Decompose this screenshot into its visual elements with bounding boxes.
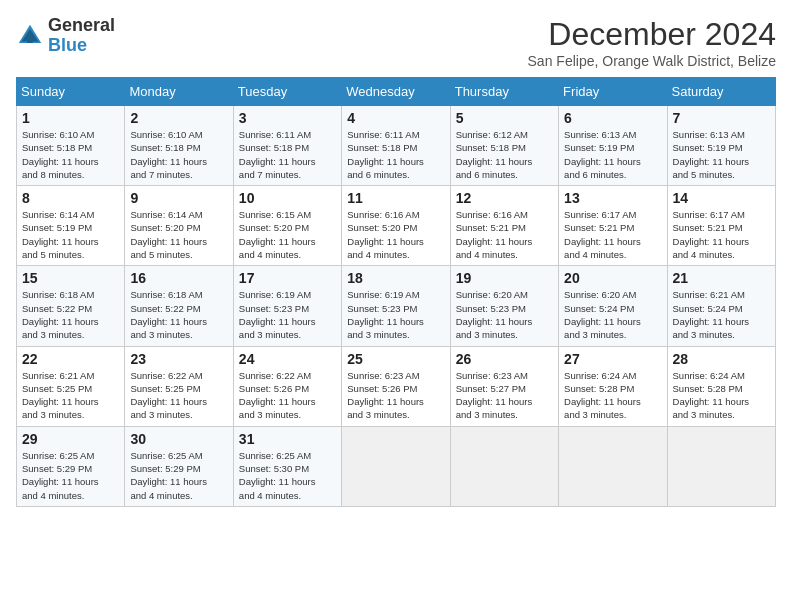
table-cell: 13Sunrise: 6:17 AM Sunset: 5:21 PM Dayli… bbox=[559, 186, 667, 266]
day-info: Sunrise: 6:17 AM Sunset: 5:21 PM Dayligh… bbox=[673, 208, 770, 261]
day-info: Sunrise: 6:16 AM Sunset: 5:21 PM Dayligh… bbox=[456, 208, 553, 261]
day-info: Sunrise: 6:25 AM Sunset: 5:29 PM Dayligh… bbox=[22, 449, 119, 502]
day-number: 30 bbox=[130, 431, 227, 447]
table-cell: 31Sunrise: 6:25 AM Sunset: 5:30 PM Dayli… bbox=[233, 426, 341, 506]
day-number: 13 bbox=[564, 190, 661, 206]
day-number: 11 bbox=[347, 190, 444, 206]
table-cell bbox=[559, 426, 667, 506]
day-number: 12 bbox=[456, 190, 553, 206]
table-cell: 2Sunrise: 6:10 AM Sunset: 5:18 PM Daylig… bbox=[125, 106, 233, 186]
day-number: 3 bbox=[239, 110, 336, 126]
day-number: 31 bbox=[239, 431, 336, 447]
day-number: 7 bbox=[673, 110, 770, 126]
day-number: 9 bbox=[130, 190, 227, 206]
col-friday: Friday bbox=[559, 78, 667, 106]
table-cell bbox=[450, 426, 558, 506]
table-cell: 24Sunrise: 6:22 AM Sunset: 5:26 PM Dayli… bbox=[233, 346, 341, 426]
day-number: 10 bbox=[239, 190, 336, 206]
calendar-row: 29Sunrise: 6:25 AM Sunset: 5:29 PM Dayli… bbox=[17, 426, 776, 506]
day-number: 26 bbox=[456, 351, 553, 367]
day-number: 17 bbox=[239, 270, 336, 286]
calendar-row: 15Sunrise: 6:18 AM Sunset: 5:22 PM Dayli… bbox=[17, 266, 776, 346]
table-cell bbox=[667, 426, 775, 506]
title-block: December 2024 San Felipe, Orange Walk Di… bbox=[528, 16, 776, 69]
day-info: Sunrise: 6:18 AM Sunset: 5:22 PM Dayligh… bbox=[130, 288, 227, 341]
calendar-header-row: Sunday Monday Tuesday Wednesday Thursday… bbox=[17, 78, 776, 106]
table-cell: 15Sunrise: 6:18 AM Sunset: 5:22 PM Dayli… bbox=[17, 266, 125, 346]
day-number: 29 bbox=[22, 431, 119, 447]
table-cell: 16Sunrise: 6:18 AM Sunset: 5:22 PM Dayli… bbox=[125, 266, 233, 346]
day-number: 2 bbox=[130, 110, 227, 126]
table-cell: 7Sunrise: 6:13 AM Sunset: 5:19 PM Daylig… bbox=[667, 106, 775, 186]
table-cell: 23Sunrise: 6:22 AM Sunset: 5:25 PM Dayli… bbox=[125, 346, 233, 426]
day-number: 22 bbox=[22, 351, 119, 367]
col-thursday: Thursday bbox=[450, 78, 558, 106]
calendar-table: Sunday Monday Tuesday Wednesday Thursday… bbox=[16, 77, 776, 507]
table-cell: 26Sunrise: 6:23 AM Sunset: 5:27 PM Dayli… bbox=[450, 346, 558, 426]
col-saturday: Saturday bbox=[667, 78, 775, 106]
table-cell bbox=[342, 426, 450, 506]
table-cell: 5Sunrise: 6:12 AM Sunset: 5:18 PM Daylig… bbox=[450, 106, 558, 186]
day-info: Sunrise: 6:21 AM Sunset: 5:25 PM Dayligh… bbox=[22, 369, 119, 422]
day-info: Sunrise: 6:20 AM Sunset: 5:23 PM Dayligh… bbox=[456, 288, 553, 341]
table-cell: 22Sunrise: 6:21 AM Sunset: 5:25 PM Dayli… bbox=[17, 346, 125, 426]
day-info: Sunrise: 6:22 AM Sunset: 5:25 PM Dayligh… bbox=[130, 369, 227, 422]
day-info: Sunrise: 6:10 AM Sunset: 5:18 PM Dayligh… bbox=[22, 128, 119, 181]
day-number: 5 bbox=[456, 110, 553, 126]
day-info: Sunrise: 6:20 AM Sunset: 5:24 PM Dayligh… bbox=[564, 288, 661, 341]
table-cell: 20Sunrise: 6:20 AM Sunset: 5:24 PM Dayli… bbox=[559, 266, 667, 346]
day-info: Sunrise: 6:23 AM Sunset: 5:27 PM Dayligh… bbox=[456, 369, 553, 422]
table-cell: 1Sunrise: 6:10 AM Sunset: 5:18 PM Daylig… bbox=[17, 106, 125, 186]
day-number: 1 bbox=[22, 110, 119, 126]
month-title: December 2024 bbox=[528, 16, 776, 53]
day-info: Sunrise: 6:14 AM Sunset: 5:20 PM Dayligh… bbox=[130, 208, 227, 261]
day-info: Sunrise: 6:16 AM Sunset: 5:20 PM Dayligh… bbox=[347, 208, 444, 261]
calendar-row: 8Sunrise: 6:14 AM Sunset: 5:19 PM Daylig… bbox=[17, 186, 776, 266]
logo-line2: Blue bbox=[48, 36, 115, 56]
day-number: 27 bbox=[564, 351, 661, 367]
table-cell: 9Sunrise: 6:14 AM Sunset: 5:20 PM Daylig… bbox=[125, 186, 233, 266]
table-cell: 11Sunrise: 6:16 AM Sunset: 5:20 PM Dayli… bbox=[342, 186, 450, 266]
day-number: 18 bbox=[347, 270, 444, 286]
page-header: General Blue December 2024 San Felipe, O… bbox=[16, 16, 776, 69]
table-cell: 12Sunrise: 6:16 AM Sunset: 5:21 PM Dayli… bbox=[450, 186, 558, 266]
day-info: Sunrise: 6:11 AM Sunset: 5:18 PM Dayligh… bbox=[239, 128, 336, 181]
day-number: 25 bbox=[347, 351, 444, 367]
day-info: Sunrise: 6:14 AM Sunset: 5:19 PM Dayligh… bbox=[22, 208, 119, 261]
day-info: Sunrise: 6:21 AM Sunset: 5:24 PM Dayligh… bbox=[673, 288, 770, 341]
table-cell: 29Sunrise: 6:25 AM Sunset: 5:29 PM Dayli… bbox=[17, 426, 125, 506]
table-cell: 17Sunrise: 6:19 AM Sunset: 5:23 PM Dayli… bbox=[233, 266, 341, 346]
table-cell: 8Sunrise: 6:14 AM Sunset: 5:19 PM Daylig… bbox=[17, 186, 125, 266]
logo-icon bbox=[16, 22, 44, 50]
day-info: Sunrise: 6:13 AM Sunset: 5:19 PM Dayligh… bbox=[673, 128, 770, 181]
table-cell: 6Sunrise: 6:13 AM Sunset: 5:19 PM Daylig… bbox=[559, 106, 667, 186]
calendar-row: 22Sunrise: 6:21 AM Sunset: 5:25 PM Dayli… bbox=[17, 346, 776, 426]
day-info: Sunrise: 6:10 AM Sunset: 5:18 PM Dayligh… bbox=[130, 128, 227, 181]
day-number: 14 bbox=[673, 190, 770, 206]
svg-rect-2 bbox=[27, 36, 33, 43]
table-cell: 30Sunrise: 6:25 AM Sunset: 5:29 PM Dayli… bbox=[125, 426, 233, 506]
col-monday: Monday bbox=[125, 78, 233, 106]
calendar-row: 1Sunrise: 6:10 AM Sunset: 5:18 PM Daylig… bbox=[17, 106, 776, 186]
day-info: Sunrise: 6:17 AM Sunset: 5:21 PM Dayligh… bbox=[564, 208, 661, 261]
day-info: Sunrise: 6:22 AM Sunset: 5:26 PM Dayligh… bbox=[239, 369, 336, 422]
day-number: 16 bbox=[130, 270, 227, 286]
day-number: 21 bbox=[673, 270, 770, 286]
table-cell: 4Sunrise: 6:11 AM Sunset: 5:18 PM Daylig… bbox=[342, 106, 450, 186]
col-sunday: Sunday bbox=[17, 78, 125, 106]
table-cell: 28Sunrise: 6:24 AM Sunset: 5:28 PM Dayli… bbox=[667, 346, 775, 426]
location-subtitle: San Felipe, Orange Walk District, Belize bbox=[528, 53, 776, 69]
day-info: Sunrise: 6:19 AM Sunset: 5:23 PM Dayligh… bbox=[239, 288, 336, 341]
day-info: Sunrise: 6:24 AM Sunset: 5:28 PM Dayligh… bbox=[564, 369, 661, 422]
table-cell: 18Sunrise: 6:19 AM Sunset: 5:23 PM Dayli… bbox=[342, 266, 450, 346]
day-number: 19 bbox=[456, 270, 553, 286]
day-number: 15 bbox=[22, 270, 119, 286]
col-tuesday: Tuesday bbox=[233, 78, 341, 106]
day-number: 4 bbox=[347, 110, 444, 126]
day-info: Sunrise: 6:12 AM Sunset: 5:18 PM Dayligh… bbox=[456, 128, 553, 181]
day-number: 23 bbox=[130, 351, 227, 367]
day-number: 20 bbox=[564, 270, 661, 286]
table-cell: 10Sunrise: 6:15 AM Sunset: 5:20 PM Dayli… bbox=[233, 186, 341, 266]
table-cell: 3Sunrise: 6:11 AM Sunset: 5:18 PM Daylig… bbox=[233, 106, 341, 186]
table-cell: 19Sunrise: 6:20 AM Sunset: 5:23 PM Dayli… bbox=[450, 266, 558, 346]
